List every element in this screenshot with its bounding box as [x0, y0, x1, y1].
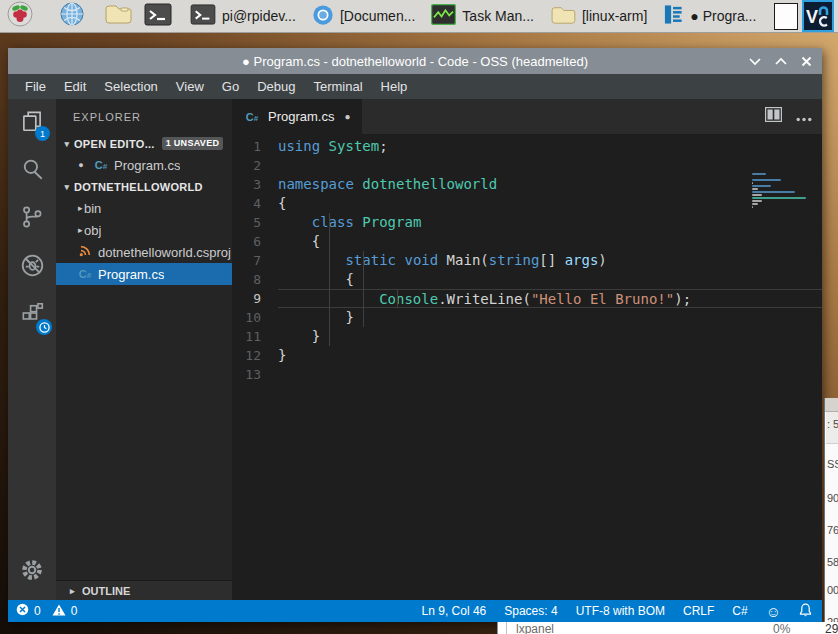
code-line-2[interactable]: 2 [232, 156, 822, 175]
git-branch-icon [19, 204, 45, 234]
menu-file[interactable]: File [16, 74, 55, 99]
minimap[interactable] [752, 173, 810, 211]
code-line-6[interactable]: 6 { [232, 232, 822, 251]
cpu-monitor[interactable] [774, 3, 798, 30]
maximize-button[interactable] [775, 56, 787, 66]
search-activity-button[interactable] [8, 147, 56, 195]
task-manager-clipped-value: 58 [827, 556, 838, 568]
minimap-line [752, 197, 806, 199]
workspace-folder-label: DOTNETHELLOWORLD [74, 181, 203, 193]
errors-count[interactable]: 0 [34, 604, 41, 618]
task-manager-clipped-value: 90 [827, 492, 838, 504]
pi-menu-button[interactable] [4, 1, 36, 31]
activity-bar: 1 [8, 99, 56, 600]
errors-icon[interactable] [16, 603, 29, 619]
task-manager-bottom-edge[interactable]: lxpanel 0% 29 [497, 622, 838, 634]
menu-debug[interactable]: Debug [248, 74, 304, 99]
code-line-3[interactable]: 3namespace dotnethelloworld [232, 175, 822, 194]
menu-view[interactable]: View [167, 74, 213, 99]
explorer-activity-button[interactable]: 1 [8, 99, 56, 147]
line-content: } [278, 308, 822, 327]
menu-selection[interactable]: Selection [95, 74, 166, 99]
status-crlf[interactable]: CRLF [683, 604, 714, 618]
more-actions-icon[interactable] [796, 108, 812, 126]
notifications-bell-icon[interactable] [799, 603, 812, 620]
taskbar-window-label: [Documen... [340, 8, 415, 24]
source-control-activity-button[interactable] [8, 195, 56, 243]
task-manager-clipped-value: SS [827, 458, 838, 470]
search-icon [19, 156, 45, 186]
menu-edit[interactable]: Edit [55, 74, 95, 99]
menu-terminal[interactable]: Terminal [304, 74, 371, 99]
code-line-13[interactable]: 13 [232, 365, 822, 384]
code-line-9[interactable]: 9 Console.WriteLine("Hello El Bruno!"); [232, 289, 822, 308]
tab-program-cs[interactable]: C# Program.cs ● [232, 99, 362, 134]
status-utf-8-with-bom[interactable]: UTF-8 with BOM [576, 604, 665, 618]
code-line-7[interactable]: 7 static void Main(string[] args) [232, 251, 822, 270]
tree-item-dotnethelloworld-csproj[interactable]: dotnethelloworld.csproj [56, 241, 232, 263]
task-manager-titlebar-sliver [825, 398, 838, 412]
chevron-down-icon: ▾ [60, 182, 74, 192]
code-lines: 1using System;23namespace dotnethellowor… [232, 137, 822, 384]
workspace-folder-header[interactable]: ▾ DOTNETHELLOWORLD [56, 176, 232, 197]
tab-dirty-indicator[interactable]: ● [344, 111, 350, 122]
outline-section-header[interactable]: ▸ OUTLINE [56, 580, 232, 600]
code-line-1[interactable]: 1using System; [232, 137, 822, 156]
line-number: 8 [232, 270, 278, 289]
code-line-11[interactable]: 11 } [232, 327, 822, 346]
indent-guide [329, 213, 330, 346]
minimap-line [752, 191, 795, 193]
terminal-launcher[interactable] [142, 1, 174, 31]
tree-item-label: dotnethelloworld.csproj [98, 245, 231, 260]
status-spaces-4[interactable]: Spaces: 4 [504, 604, 557, 618]
file-manager-launcher[interactable] [102, 1, 134, 31]
csproj-icon [76, 245, 94, 260]
csharp-file-icon: C# [76, 268, 94, 280]
taskbar-window-vscode[interactable]: ● Progra... [659, 1, 760, 31]
settings-gear-button[interactable] [8, 552, 56, 592]
menu-go[interactable]: Go [213, 74, 248, 99]
task-manager-clipped-value: 76 [827, 524, 838, 536]
minimize-button[interactable] [749, 56, 761, 66]
minimap-line [752, 203, 758, 205]
warnings-count[interactable]: 0 [71, 604, 78, 618]
extensions-activity-button[interactable] [8, 291, 56, 339]
menu-help[interactable]: Help [372, 74, 417, 99]
code-line-8[interactable]: 8 { [232, 270, 822, 289]
taskbar-window-task-manager[interactable]: Task Man... [427, 1, 538, 31]
close-button[interactable] [801, 56, 812, 67]
tree-item-bin[interactable]: ▸bin [56, 197, 232, 219]
tree-item-program-cs[interactable]: C#Program.cs [56, 263, 232, 285]
tree-item-obj[interactable]: ▸obj [56, 219, 232, 241]
code-line-10[interactable]: 10 } [232, 308, 822, 327]
split-editor-icon[interactable] [765, 107, 782, 126]
line-number: 10 [232, 308, 278, 327]
open-editors-header[interactable]: ▾ OPEN EDITO... 1 UNSAVED [56, 133, 232, 154]
code-editor[interactable]: 1using System;23namespace dotnethellowor… [232, 134, 822, 600]
line-number: 3 [232, 175, 278, 194]
feedback-smiley-icon[interactable]: ☺ [766, 604, 781, 619]
folder-icon [104, 3, 132, 29]
taskbar-window-folder[interactable]: [linux-arm] [546, 1, 651, 31]
code-line-4[interactable]: 4{ [232, 194, 822, 213]
task-manager-clipped-value: : 5 [827, 418, 838, 430]
task-manager-right-edge[interactable]: : 5SS9076580029 [824, 398, 838, 634]
warnings-icon[interactable] [52, 604, 66, 619]
code-line-5[interactable]: 5 class Program [232, 213, 822, 232]
taskbar-window-chromium[interactable]: [Documen... [308, 1, 419, 31]
debug-activity-button[interactable] [8, 243, 56, 291]
csharp-file-icon: C# [92, 159, 110, 171]
column-divider [506, 622, 507, 634]
open-editor-item[interactable]: ● C# Program.cs [56, 154, 232, 176]
process-name: lxpanel [516, 622, 554, 634]
minimap-line [752, 194, 762, 196]
taskbar-window-terminal[interactable]: pi@rpidev... [186, 1, 300, 31]
browser-launcher[interactable] [56, 1, 88, 31]
status-ln-9-col-46[interactable]: Ln 9, Col 46 [422, 604, 487, 618]
titlebar[interactable]: ● Program.cs - dotnethelloworld - Code -… [8, 48, 822, 74]
explorer-sidebar: EXPLORER ▾ OPEN EDITO... 1 UNSAVED ● C# … [56, 99, 232, 600]
vnc-tray-icon[interactable]: V [802, 0, 834, 32]
status-c-[interactable]: C# [732, 604, 747, 618]
code-line-12[interactable]: 12} [232, 346, 822, 365]
task-manager-clipped-value: 00 [827, 584, 838, 596]
